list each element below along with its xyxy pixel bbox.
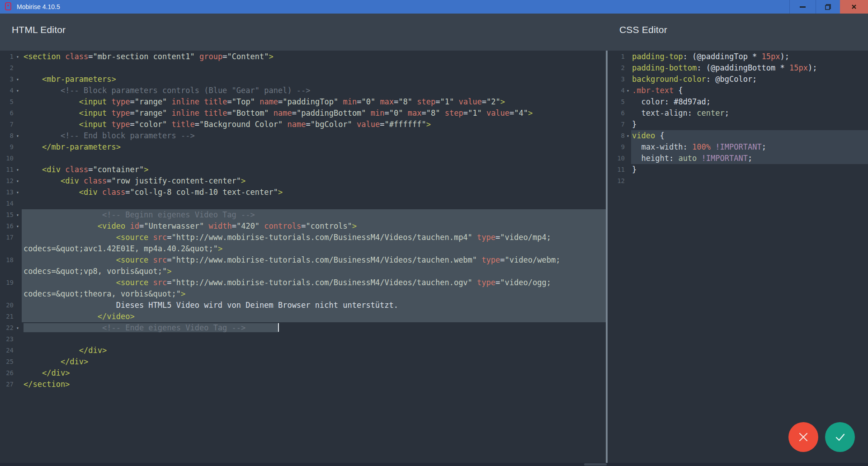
code-text[interactable]: </mbr-parameters> bbox=[22, 141, 606, 153]
fold-arrow-icon[interactable]: ▾ bbox=[14, 164, 22, 175]
code-text[interactable]: <div class="row justify-content-center"> bbox=[22, 175, 606, 187]
code-text[interactable]: <!-- Block parameters controls (Blue "Ge… bbox=[22, 85, 606, 96]
line-number: 4 bbox=[608, 85, 625, 96]
fold-arrow-icon[interactable]: ▾ bbox=[14, 221, 22, 232]
fold-arrow-icon[interactable]: ▾ bbox=[625, 130, 631, 141]
horizontal-scrollbar-thumb[interactable] bbox=[584, 463, 607, 466]
code-text[interactable]: </div> bbox=[22, 367, 606, 379]
confirm-button[interactable] bbox=[825, 422, 855, 452]
fold-spacer bbox=[625, 153, 631, 164]
code-line: 1▾<section class="mbr-section content1" … bbox=[0, 51, 606, 62]
minimize-button[interactable] bbox=[789, 0, 816, 14]
confirm-check-icon bbox=[832, 429, 848, 445]
code-line: 8▾video { bbox=[608, 130, 868, 141]
fold-arrow-icon[interactable]: ▾ bbox=[14, 209, 22, 221]
fold-spacer bbox=[625, 62, 631, 74]
code-line: 17 <source src="http://www.mobirise-tuto… bbox=[0, 232, 606, 243]
fold-spacer bbox=[625, 108, 631, 119]
code-line: 7 <input type="color" title="Background … bbox=[0, 119, 606, 130]
css-code-area[interactable]: 1padding-top: (@paddingTop * 15px);2padd… bbox=[608, 51, 868, 463]
code-line: 11} bbox=[608, 164, 868, 175]
code-text[interactable]: codecs=&quot;vp8, vorbis&quot;"> bbox=[22, 266, 606, 277]
code-line: 9 </mbr-parameters> bbox=[0, 141, 606, 153]
code-line: 27</section> bbox=[0, 379, 606, 390]
code-text[interactable] bbox=[631, 175, 868, 187]
fold-arrow-icon[interactable]: ▾ bbox=[14, 85, 22, 96]
code-text[interactable]: codecs=&quot;theora, vorbis&quot;"> bbox=[22, 288, 606, 300]
code-text[interactable]: padding-bottom: (@paddingBottom * 15px); bbox=[631, 62, 868, 74]
code-text[interactable]: <input type="range" inline title="Bottom… bbox=[22, 108, 606, 119]
code-line: 8▾ <!-- End block parameters --> bbox=[0, 130, 606, 141]
code-text[interactable]: </video> bbox=[22, 311, 606, 322]
fold-arrow-icon[interactable]: ▾ bbox=[14, 175, 22, 187]
fold-arrow-icon[interactable]: ▾ bbox=[14, 322, 22, 334]
fold-spacer bbox=[14, 243, 22, 254]
code-line: 25 </div> bbox=[0, 356, 606, 367]
html-code-area[interactable]: 1▾<section class="mbr-section content1" … bbox=[0, 51, 606, 463]
line-number: 15 bbox=[0, 209, 14, 221]
close-button[interactable] bbox=[840, 0, 868, 14]
code-line: 4▾.mbr-text { bbox=[608, 85, 868, 96]
fold-arrow-icon[interactable]: ▾ bbox=[625, 85, 631, 96]
code-text[interactable]: <!-- Beginn eigenes Video Tag --> bbox=[22, 209, 606, 221]
code-text[interactable] bbox=[22, 198, 606, 209]
code-line: 22▾ <!-- Ende eigenes Video Tag --> bbox=[0, 322, 606, 334]
fold-spacer bbox=[14, 108, 22, 119]
line-number: 21 bbox=[0, 311, 14, 322]
fold-arrow-icon[interactable]: ▾ bbox=[14, 51, 22, 62]
code-text[interactable]: <!-- Ende eigenes Video Tag --> bbox=[22, 322, 606, 334]
fold-spacer bbox=[14, 356, 22, 367]
code-text[interactable]: <!-- End block parameters --> bbox=[22, 130, 606, 141]
code-text[interactable]: <source src="http://www.mobirise-tutoria… bbox=[22, 254, 606, 266]
code-line: 19 <source src="http://www.mobirise-tuto… bbox=[0, 277, 606, 288]
code-text[interactable] bbox=[22, 62, 606, 74]
fold-arrow-icon[interactable]: ▾ bbox=[14, 130, 22, 141]
code-text[interactable]: <mbr-parameters> bbox=[22, 74, 606, 85]
code-text[interactable]: .mbr-text { bbox=[631, 85, 868, 96]
code-text[interactable]: codecs=&quot;avc1.42E01E, mp4a.40.2&quot… bbox=[22, 243, 606, 254]
fold-arrow-icon[interactable]: ▾ bbox=[14, 187, 22, 198]
code-text[interactable]: background-color: @bgColor; bbox=[631, 74, 868, 85]
code-text[interactable] bbox=[22, 153, 606, 164]
line-number: 7 bbox=[608, 119, 625, 130]
code-text[interactable]: padding-top: (@paddingTop * 15px); bbox=[631, 51, 868, 62]
line-number: 25 bbox=[0, 356, 14, 367]
code-text[interactable]: </div> bbox=[22, 356, 606, 367]
code-text[interactable]: <div class="col-lg-8 col-md-10 text-cent… bbox=[22, 187, 606, 198]
fold-spacer bbox=[14, 277, 22, 288]
code-text[interactable]: <video id="Unterwasser" width="420" cont… bbox=[22, 221, 606, 232]
code-text[interactable]: text-align: center; bbox=[631, 108, 868, 119]
code-line: codecs=&quot;avc1.42E01E, mp4a.40.2&quot… bbox=[0, 243, 606, 254]
fold-arrow-icon[interactable]: ▾ bbox=[14, 74, 22, 85]
code-text[interactable]: <source src="http://www.mobirise-tutoria… bbox=[22, 232, 606, 243]
code-text[interactable]: <section class="mbr-section content1" gr… bbox=[22, 51, 606, 62]
line-number: 11 bbox=[608, 164, 625, 175]
code-line: 15▾ <!-- Beginn eigenes Video Tag --> bbox=[0, 209, 606, 221]
code-line: 4▾ <!-- Block parameters controls (Blue … bbox=[0, 85, 606, 96]
line-number: 16 bbox=[0, 221, 14, 232]
code-text[interactable]: video { bbox=[631, 130, 868, 141]
code-text[interactable]: max-width: 100% !IMPORTANT; bbox=[631, 141, 868, 153]
fold-spacer bbox=[14, 367, 22, 379]
code-text[interactable]: color: #8d97ad; bbox=[631, 96, 868, 108]
code-text[interactable] bbox=[22, 334, 606, 345]
line-number: 9 bbox=[0, 141, 14, 153]
code-line: 5 color: #8d97ad; bbox=[608, 96, 868, 108]
code-text[interactable]: </section> bbox=[22, 379, 606, 390]
code-line: 13▾ <div class="col-lg-8 col-md-10 text-… bbox=[0, 187, 606, 198]
code-text[interactable]: <input type="color" title="Background Co… bbox=[22, 119, 606, 130]
code-text[interactable]: height: auto !IMPORTANT; bbox=[631, 153, 868, 164]
maximize-button[interactable] bbox=[816, 0, 840, 14]
code-text[interactable]: <div class="container"> bbox=[22, 164, 606, 175]
css-editor-title: CSS Editor bbox=[619, 24, 667, 35]
line-number: 1 bbox=[608, 51, 625, 62]
code-text[interactable]: Dieses HTML5 Video wird von Deinem Brows… bbox=[22, 300, 606, 311]
code-text[interactable]: } bbox=[631, 119, 868, 130]
code-text[interactable]: </div> bbox=[22, 345, 606, 356]
code-line: 26 </div> bbox=[0, 367, 606, 379]
cancel-button[interactable] bbox=[788, 422, 818, 452]
code-text[interactable]: <source src="http://www.mobirise-tutoria… bbox=[22, 277, 606, 288]
code-text[interactable]: <input type="range" inline title="Top" n… bbox=[22, 96, 606, 108]
code-text[interactable]: } bbox=[631, 164, 868, 175]
line-number: 19 bbox=[0, 277, 14, 288]
